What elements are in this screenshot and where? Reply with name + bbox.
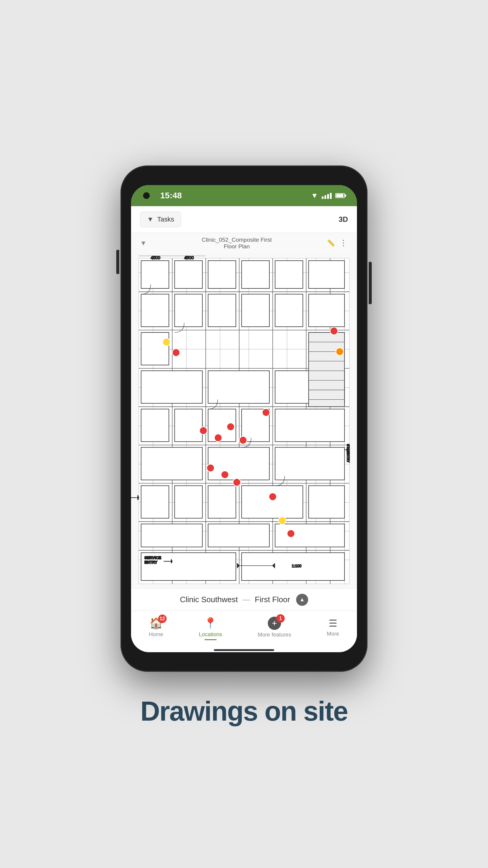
home-label: Home	[149, 631, 163, 638]
nav-down-icon: ▼	[140, 239, 147, 247]
filter-icon: ▼	[147, 216, 154, 223]
svg-rect-59	[241, 486, 303, 518]
ruler-icon[interactable]: 📏	[327, 239, 335, 247]
svg-rect-43	[308, 260, 344, 288]
svg-rect-57	[175, 486, 202, 518]
chevron-up-icon: ▲	[299, 596, 305, 603]
more-label: More	[327, 631, 339, 637]
svg-point-97	[215, 434, 222, 441]
svg-point-105	[278, 517, 286, 524]
drawing-header: ▼ Clinic_052_Composite First Floor Plan …	[131, 233, 357, 253]
bottom-nav: 🏠 12 Home 📍 Locations +	[131, 611, 357, 647]
svg-point-106	[287, 530, 295, 537]
svg-rect-45	[141, 371, 202, 403]
more-icon-wrap: ☰	[329, 618, 337, 629]
signal-icon	[322, 192, 332, 199]
floor-selector-text: Clinic Southwest — First Floor	[180, 595, 290, 604]
svg-point-92	[163, 338, 170, 346]
svg-point-103	[233, 478, 240, 486]
floor-selector[interactable]: Clinic Southwest — First Floor ▲	[131, 589, 357, 611]
svg-point-95	[336, 347, 344, 355]
svg-rect-60	[308, 486, 344, 518]
active-indicator	[204, 639, 217, 640]
home-icon-wrap: 🏠 12	[150, 617, 163, 629]
svg-rect-49	[175, 409, 202, 441]
svg-rect-66	[308, 333, 344, 407]
svg-rect-41	[275, 260, 303, 288]
svg-point-96	[199, 427, 207, 434]
floor-expand-button[interactable]: ▲	[296, 594, 308, 606]
svg-point-101	[207, 464, 214, 471]
tasks-button[interactable]: ▼ Tasks	[140, 212, 181, 227]
svg-rect-46	[208, 371, 269, 403]
svg-point-94	[330, 327, 338, 335]
svg-rect-61	[141, 524, 202, 547]
floor-plan[interactable]: SERVICE ENTRY STAFF ENTRY	[131, 253, 357, 589]
floor-plan-svg: SERVICE ENTRY STAFF ENTRY	[131, 253, 357, 589]
drawing-nav: ▼	[140, 239, 147, 247]
svg-text:4500: 4500	[184, 255, 194, 260]
phone-screen: 15:48 ▼	[131, 185, 357, 652]
nav-item-locations[interactable]: 📍 Locations	[199, 617, 222, 638]
more-features-badge: 1	[276, 614, 285, 623]
svg-point-99	[239, 436, 247, 444]
nav-item-more-features[interactable]: + 1 More features	[258, 617, 291, 638]
drawing-controls: 📏 ⋮	[327, 239, 348, 248]
status-bar: 15:48 ▼	[131, 185, 357, 206]
svg-rect-38	[208, 294, 236, 327]
page-heading: Drawings on site	[140, 696, 348, 727]
drawing-title: Clinic_052_Composite First Floor Plan	[202, 237, 272, 250]
wifi-icon: ▼	[311, 191, 318, 200]
more-dots-icon[interactable]: ⋮	[339, 239, 348, 248]
home-badge: 12	[158, 615, 167, 623]
svg-rect-36	[175, 294, 202, 327]
phone-device: 15:48 ▼	[121, 165, 367, 672]
status-time: 15:48	[160, 191, 182, 200]
toolbar: ▼ Tasks 3D	[131, 206, 357, 233]
svg-text:1:100: 1:100	[292, 564, 301, 568]
more-features-label: More features	[258, 632, 291, 638]
svg-point-102	[221, 471, 229, 478]
svg-rect-33	[141, 294, 169, 327]
svg-rect-42	[275, 294, 303, 327]
svg-rect-56	[141, 486, 169, 518]
nav-item-more[interactable]: ☰ More	[327, 618, 339, 637]
svg-point-93	[172, 349, 180, 356]
svg-rect-48	[141, 409, 169, 441]
svg-rect-52	[275, 409, 344, 441]
menu-icon: ☰	[329, 618, 337, 629]
svg-rect-35	[175, 260, 202, 288]
page-wrapper: 15:48 ▼	[0, 0, 488, 868]
svg-text:SERVICE: SERVICE	[144, 555, 161, 560]
tasks-label: Tasks	[157, 216, 174, 223]
svg-rect-39	[241, 260, 269, 288]
locations-label: Locations	[199, 631, 222, 638]
svg-point-100	[262, 408, 270, 416]
battery-icon	[335, 193, 345, 198]
svg-text:4500: 4500	[151, 255, 160, 260]
svg-rect-37	[208, 260, 236, 288]
svg-rect-40	[241, 294, 269, 327]
locations-icon-wrap: 📍	[204, 617, 217, 629]
svg-rect-54	[208, 447, 269, 480]
status-left: 15:48	[143, 191, 182, 200]
camera-dot	[143, 192, 150, 199]
locations-icon: 📍	[204, 617, 217, 629]
nav-item-home[interactable]: 🏠 12 Home	[149, 617, 163, 638]
more-features-icon-wrap: + 1	[268, 617, 281, 630]
home-indicator	[214, 649, 274, 651]
svg-text:ENTRY: ENTRY	[144, 560, 158, 564]
svg-rect-58	[208, 486, 236, 518]
svg-rect-44	[308, 294, 344, 327]
svg-rect-55	[275, 447, 344, 480]
3d-button[interactable]: 3D	[338, 215, 348, 224]
svg-rect-63	[275, 524, 344, 547]
svg-point-104	[269, 493, 276, 500]
svg-rect-34	[141, 333, 169, 365]
svg-text:ENTRY: ENTRY	[347, 451, 350, 463]
svg-rect-53	[141, 447, 202, 480]
status-icons: ▼	[311, 191, 345, 200]
svg-point-98	[227, 423, 234, 430]
svg-rect-32	[141, 260, 169, 288]
svg-rect-62	[208, 524, 269, 547]
